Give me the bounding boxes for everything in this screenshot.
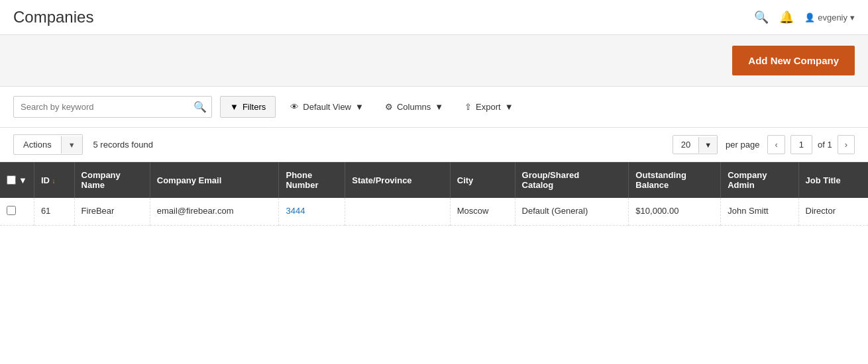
filters-label: Filters — [243, 102, 266, 112]
add-new-company-button[interactable]: Add New Company — [732, 46, 855, 75]
page-title: Companies — [13, 8, 93, 26]
th-balance: OutstandingBalance — [629, 162, 721, 198]
gear-icon: ⚙ — [385, 102, 393, 112]
table-row: 61FireBearemail@firebear.com3444MoscowDe… — [0, 198, 868, 226]
search-wrapper: 🔍 — [13, 96, 212, 118]
cell-state — [345, 198, 450, 226]
per-page-selector[interactable]: 20 ▼ — [673, 135, 718, 154]
sort-id-icon[interactable]: ↓ — [52, 177, 56, 185]
per-page-label: per page — [726, 140, 759, 150]
page-of-label: of 1 — [818, 140, 832, 150]
eye-icon: 👁 — [290, 102, 299, 112]
row-checkbox[interactable] — [7, 206, 16, 215]
per-page-arrow-icon[interactable]: ▼ — [698, 137, 717, 153]
cell-city: Moscow — [450, 198, 515, 226]
cell-company_email: email@firebear.com — [150, 198, 279, 226]
th-admin: CompanyAdmin — [721, 162, 798, 198]
header: Companies 🔍 🔔 👤 evgeniy ▾ — [0, 0, 868, 35]
cell-phone_number: 3444 — [279, 198, 345, 226]
select-dropdown-icon[interactable]: ▼ — [19, 175, 27, 185]
table-header-row: ▼ ID ↓ CompanyName Company Email PhoneNu… — [0, 162, 868, 198]
row-checkbox-cell — [0, 198, 34, 226]
header-actions: 🔍 🔔 👤 evgeniy ▾ — [754, 10, 855, 24]
export-chevron-icon: ▼ — [505, 102, 514, 112]
columns-chevron-icon: ▼ — [435, 102, 443, 112]
username-label: evgeniy — [818, 13, 847, 23]
actions-label: Actions — [14, 135, 61, 154]
actions-bar: Actions ▼ 5 records found 20 ▼ per page … — [0, 128, 868, 162]
search-submit-button[interactable]: 🔍 — [193, 101, 207, 113]
columns-button[interactable]: ⚙ Columns ▼ — [378, 97, 450, 117]
user-chevron-icon: ▾ — [850, 13, 855, 23]
select-all-checkbox[interactable] — [7, 175, 16, 185]
view-chevron-icon: ▼ — [355, 102, 364, 112]
columns-label: Columns — [397, 102, 431, 112]
th-state: State/Province — [345, 162, 450, 198]
th-id: ID ↓ — [34, 162, 74, 198]
actions-arrow-icon: ▼ — [61, 136, 82, 154]
view-label: Default View — [303, 102, 351, 112]
page-toolbar: Add New Company — [0, 35, 868, 87]
actions-dropdown[interactable]: Actions ▼ — [13, 134, 83, 155]
prev-page-button[interactable]: ‹ — [767, 135, 785, 154]
export-label: Export — [476, 102, 501, 112]
export-button[interactable]: ⇧ Export ▼ — [458, 97, 519, 117]
cell-group: Default (General) — [515, 198, 629, 226]
next-page-button[interactable]: › — [838, 135, 855, 154]
per-page-value: 20 — [673, 136, 698, 154]
search-input[interactable] — [13, 96, 212, 118]
th-checkbox: ▼ — [0, 162, 34, 198]
cell-company_name: FireBear — [74, 198, 150, 226]
filter-icon: ▼ — [230, 102, 239, 112]
default-view-button[interactable]: 👁 Default View ▼ — [284, 97, 370, 117]
user-icon: 👤 — [804, 13, 815, 23]
cell-id: 61 — [34, 198, 74, 226]
pagination: 20 ▼ per page ‹ 1 of 1 › — [673, 135, 855, 154]
th-company-email: Company Email — [150, 162, 279, 198]
companies-table-wrapper: ▼ ID ↓ CompanyName Company Email PhoneNu… — [0, 162, 868, 226]
th-city: City — [450, 162, 515, 198]
filter-bar: 🔍 ▼ Filters 👁 Default View ▼ ⚙ Columns ▼… — [0, 87, 868, 128]
th-job-title: Job Title — [798, 162, 868, 198]
cell-balance: $10,000.00 — [629, 198, 721, 226]
th-company-name: CompanyName — [74, 162, 150, 198]
current-page: 1 — [790, 135, 812, 154]
phone-link[interactable]: 3444 — [286, 206, 305, 216]
companies-table: ▼ ID ↓ CompanyName Company Email PhoneNu… — [0, 162, 868, 226]
filters-button[interactable]: ▼ Filters — [220, 96, 276, 118]
search-icon[interactable]: 🔍 — [754, 10, 769, 24]
th-phone-number: PhoneNumber — [279, 162, 345, 198]
bell-icon[interactable]: 🔔 — [779, 10, 794, 24]
cell-admin: John Smitt — [721, 198, 798, 226]
cell-job_title: Director — [798, 198, 868, 226]
records-count: 5 records found — [93, 140, 153, 150]
user-menu[interactable]: 👤 evgeniy ▾ — [804, 13, 855, 23]
th-group: Group/SharedCatalog — [515, 162, 629, 198]
export-icon: ⇧ — [464, 102, 472, 112]
